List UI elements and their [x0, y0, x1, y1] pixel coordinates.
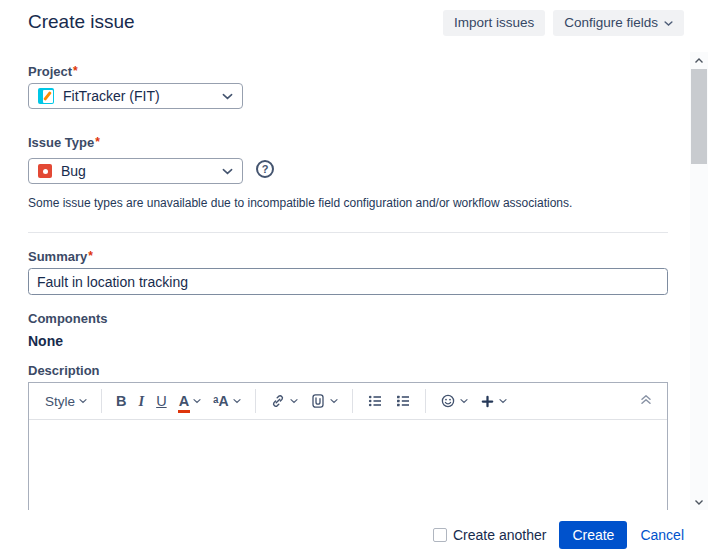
dialog-footer: Create another Create Cancel	[0, 510, 708, 560]
chevron-down-icon	[460, 397, 468, 405]
scrollbar-thumb[interactable]	[691, 69, 707, 164]
section-divider	[28, 232, 668, 233]
link-icon	[270, 393, 286, 409]
header-buttons: Import issues Configure fields	[443, 10, 684, 36]
chevron-down-icon	[694, 497, 704, 507]
toolbar-separator	[352, 389, 353, 413]
scroll-up-button[interactable]	[690, 52, 708, 69]
text-color-button[interactable]: A	[173, 389, 207, 413]
scroll-down-button[interactable]	[690, 493, 708, 510]
components-value: None	[28, 333, 668, 349]
style-dropdown[interactable]: Style	[39, 390, 93, 413]
chevron-down-icon	[499, 397, 507, 405]
description-label: Description	[28, 363, 668, 378]
project-select-value: FitTracker (FIT)	[63, 88, 160, 104]
configure-fields-label: Configure fields	[564, 15, 658, 31]
change-case-button[interactable]: ᵃA	[207, 389, 246, 413]
form-content: Project* FitTracker (FIT) Issue Type* Bu…	[0, 52, 690, 510]
editor-toolbar: Style B I U A ᵃA	[29, 383, 667, 420]
double-chevron-up-icon	[639, 392, 653, 406]
issue-type-select[interactable]: Bug	[28, 158, 243, 184]
chevron-down-icon	[233, 397, 241, 405]
project-avatar-icon	[38, 88, 54, 104]
project-label: Project*	[28, 64, 668, 79]
toolbar-separator	[255, 389, 256, 413]
chevron-up-icon	[694, 56, 704, 66]
emoji-button[interactable]	[434, 389, 474, 413]
italic-button[interactable]: I	[133, 389, 151, 414]
chevron-down-icon	[664, 19, 673, 28]
chevron-down-icon	[330, 397, 338, 405]
bug-type-icon	[38, 164, 52, 178]
components-label: Components	[28, 311, 668, 326]
create-another-checkbox[interactable]	[433, 528, 447, 542]
summary-field: Summary*	[28, 249, 668, 295]
chevron-down-icon	[290, 397, 298, 405]
paperclip-icon	[310, 393, 326, 409]
bullet-list-icon	[367, 393, 383, 409]
required-asterisk: *	[88, 249, 93, 263]
required-asterisk: *	[95, 135, 100, 149]
description-textarea[interactable]	[29, 420, 667, 510]
insert-more-button[interactable]	[474, 390, 513, 413]
chevron-down-icon	[193, 397, 201, 405]
vertical-scrollbar	[690, 52, 708, 510]
issue-type-field: Issue Type* Bug ? Some issue types are u…	[28, 135, 668, 210]
configure-fields-button[interactable]: Configure fields	[553, 10, 684, 36]
chevron-down-icon	[222, 166, 233, 177]
numbered-list-icon	[395, 393, 411, 409]
summary-label: Summary*	[28, 249, 668, 264]
help-icon[interactable]: ?	[256, 160, 274, 178]
description-editor: Style B I U A ᵃA	[28, 382, 668, 510]
import-issues-button[interactable]: Import issues	[443, 10, 545, 36]
components-field: Components None	[28, 311, 668, 349]
page-title: Create issue	[28, 11, 135, 33]
summary-input[interactable]	[28, 268, 668, 295]
toolbar-separator	[425, 389, 426, 413]
bullet-list-button[interactable]	[361, 389, 389, 413]
issue-type-label: Issue Type*	[28, 135, 668, 150]
bold-button[interactable]: B	[110, 389, 132, 413]
create-issue-dialog: Create issue Import issues Configure fie…	[0, 0, 708, 560]
project-select[interactable]: FitTracker (FIT)	[28, 83, 243, 109]
create-button[interactable]: Create	[559, 521, 627, 549]
create-another-label: Create another	[453, 527, 546, 543]
description-field: Description Style B I U A	[28, 363, 668, 510]
issue-type-select-value: Bug	[61, 163, 86, 179]
create-another-group[interactable]: Create another	[433, 527, 546, 543]
link-button[interactable]	[264, 389, 304, 413]
attachment-button[interactable]	[304, 389, 344, 413]
emoji-icon	[440, 393, 456, 409]
required-asterisk: *	[73, 64, 78, 78]
dialog-header: Create issue Import issues Configure fie…	[0, 0, 708, 52]
numbered-list-button[interactable]	[389, 389, 417, 413]
chevron-down-icon	[222, 91, 233, 102]
project-field: Project* FitTracker (FIT)	[28, 64, 668, 109]
underline-button[interactable]: U	[150, 389, 172, 413]
import-issues-label: Import issues	[454, 15, 534, 31]
collapse-toolbar-button[interactable]	[635, 388, 657, 414]
issue-type-note: Some issue types are unavailable due to …	[28, 196, 668, 210]
toolbar-separator	[101, 389, 102, 413]
cancel-link[interactable]: Cancel	[640, 527, 684, 543]
chevron-down-icon	[79, 397, 87, 405]
plus-icon	[480, 394, 495, 409]
